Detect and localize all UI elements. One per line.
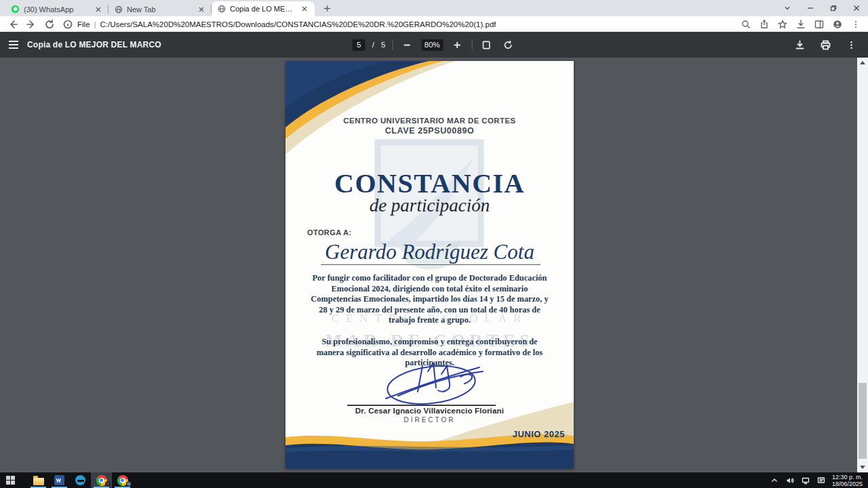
share-icon[interactable] — [759, 19, 770, 30]
pdf-toolbar-actions — [792, 37, 868, 52]
side-panel-icon[interactable] — [814, 19, 825, 30]
certificate-body-1: Por fungir como facilitador con el grupo… — [309, 273, 551, 326]
pdf-more-icon[interactable] — [844, 37, 859, 52]
tab-close-icon[interactable] — [94, 5, 103, 14]
page-number-input[interactable]: 5 — [353, 39, 366, 51]
pdf-document-title: Copia de LO MEJOR DEL MARCO — [27, 40, 161, 49]
profile-badge — [126, 481, 132, 487]
scrollbar-thumb[interactable] — [859, 383, 867, 459]
browser-tab-strip: (30) WhatsApp New Tab Copia de LO MEJOR … — [0, 0, 868, 16]
issue-date: JUNIO 2025 — [513, 429, 565, 439]
certificate-page: CENTRO ESCOLAR MAR DE CORTES CENTRO UNIV… — [285, 61, 574, 468]
browser-toolbar: File | C:/Users/SALA%20D%20MAESTROS/Down… — [0, 16, 868, 32]
taskbar-chrome-2[interactable] — [112, 472, 133, 488]
pdf-print-icon[interactable] — [818, 37, 833, 52]
pdf-viewport: CENTRO ESCOLAR MAR DE CORTES CENTRO UNIV… — [0, 58, 868, 472]
tab-close-icon[interactable] — [300, 4, 309, 14]
taskbar-chrome-active[interactable] — [91, 472, 112, 488]
clock-time: 12:30 p. m. — [832, 474, 863, 481]
action-center-icon[interactable] — [816, 476, 826, 485]
signer-title: DIRECTOR — [285, 416, 574, 424]
new-tab-button[interactable] — [319, 0, 335, 16]
info-icon[interactable] — [62, 18, 73, 30]
tab-label: Copia de LO MEJOR DEL MARCO — [230, 5, 296, 13]
pdf-menu-icon[interactable] — [0, 40, 27, 49]
grant-label: OTORGA A: — [307, 228, 352, 237]
scroll-up-icon[interactable] — [857, 58, 868, 68]
institution-name: CENTRO UNIVERSITARIO MAR DE CORTES — [285, 117, 574, 125]
tab-label: New Tab — [127, 5, 193, 14]
fit-to-page-icon[interactable] — [479, 37, 494, 52]
word-icon — [54, 475, 64, 485]
recipient-underline — [321, 264, 540, 265]
certificate-title: CONSTANCIA — [285, 167, 574, 199]
toolbar-actions — [741, 19, 861, 30]
signature-scribble — [366, 357, 498, 409]
edge-icon — [75, 475, 85, 485]
back-icon[interactable] — [7, 18, 18, 30]
signer-name: Dr. Cesar Ignacio Villavicencio Floriani — [285, 407, 574, 415]
window-controls — [776, 0, 868, 16]
start-button[interactable] — [0, 472, 21, 488]
system-tray: 12:30 p. m. 18/06/2025 — [770, 472, 868, 488]
pdf-page-controls: 5 / 5 80% — [353, 37, 516, 52]
window-minimize-button[interactable] — [799, 0, 822, 16]
zoom-level-value[interactable]: 80% — [421, 39, 443, 51]
tab-pdf-document[interactable]: Copia de LO MEJOR DEL MARCO — [212, 1, 315, 16]
forward-icon[interactable] — [25, 18, 37, 30]
taskbar-clock[interactable]: 12:30 p. m. 18/06/2025 — [832, 474, 863, 487]
clock-date: 18/06/2025 — [832, 481, 863, 487]
screen: (30) WhatsApp New Tab Copia de LO MEJOR … — [0, 0, 868, 488]
tab-whatsapp[interactable]: (30) WhatsApp — [5, 2, 108, 16]
globe-icon — [114, 5, 123, 14]
taskbar-edge[interactable] — [70, 472, 91, 488]
recipient-name: Gerardo Rodríguez Cota — [285, 240, 574, 264]
globe-icon — [217, 5, 226, 14]
tab-label: (30) WhatsApp — [24, 5, 90, 14]
address-bar[interactable]: File | C:/Users/SALA%20D%20MAESTROS/Down… — [62, 18, 734, 30]
taskbar-file-explorer[interactable] — [28, 472, 49, 488]
page-separator: / — [372, 41, 374, 49]
taskbar-word[interactable] — [49, 472, 70, 488]
url-text: C:/Users/SALA%20D%20MAESTROS/Downloads/C… — [100, 20, 496, 28]
signature-line — [347, 405, 496, 406]
bookmark-star-icon[interactable] — [777, 19, 788, 30]
reload-icon[interactable] — [43, 18, 55, 30]
tab-close-icon[interactable] — [197, 5, 206, 14]
volume-icon[interactable] — [785, 476, 795, 485]
tab-search-icon[interactable] — [776, 0, 799, 16]
tab-new-tab[interactable]: New Tab — [108, 2, 212, 16]
windows-taskbar: 12:30 p. m. 18/06/2025 — [0, 472, 868, 488]
profile-avatar-icon[interactable] — [832, 19, 843, 30]
zoom-out-icon[interactable] — [399, 37, 414, 52]
scroll-down-icon[interactable] — [857, 462, 868, 472]
whatsapp-icon — [11, 5, 20, 14]
downloads-icon[interactable] — [795, 19, 806, 30]
rotate-icon[interactable] — [500, 37, 515, 52]
zoom-icon[interactable] — [741, 19, 751, 30]
file-explorer-icon — [33, 478, 44, 485]
zoom-in-icon[interactable] — [450, 37, 465, 52]
menu-dots-icon[interactable] — [850, 19, 861, 30]
pdf-download-icon[interactable] — [792, 37, 807, 52]
certificate-subtitle: de participación — [285, 195, 574, 216]
vertical-scrollbar[interactable] — [857, 58, 868, 472]
network-icon[interactable] — [801, 476, 810, 485]
institution-clave: CLAVE 25PSU0089O — [285, 126, 574, 136]
window-restore-button[interactable] — [822, 0, 845, 16]
tray-expand-icon[interactable] — [770, 476, 779, 485]
pdf-toolbar: Copia de LO MEJOR DEL MARCO 5 / 5 80% — [0, 32, 868, 58]
page-total: 5 — [381, 41, 385, 49]
profile-badge — [105, 481, 111, 487]
url-scheme: File — [77, 20, 90, 28]
url-separator: | — [94, 20, 96, 28]
window-close-button[interactable] — [845, 0, 868, 16]
